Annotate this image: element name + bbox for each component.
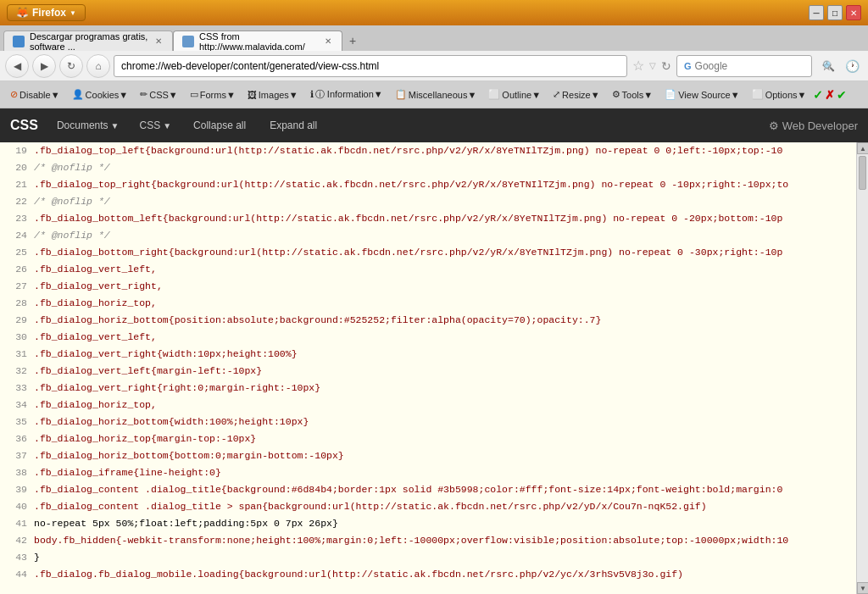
reload-icon: ↻ [661,59,671,73]
tab-close-css[interactable]: ✕ [323,36,333,46]
line-number: 33 [3,380,27,397]
line-content: .fb_dialog.fb_dialog_mobile.loading{back… [34,566,683,583]
check-icon: ✓ [813,88,823,102]
history-icon[interactable]: 🕐 [841,55,863,77]
css-icon: ✏ [140,89,147,100]
scroll-thumb[interactable] [859,156,866,190]
tab-label-descargar: Descargar programas gratis, software ... [30,31,148,52]
code-line: 35.fb_dialog_horiz_bottom{width:100%;hei… [0,414,868,430]
line-content: .fb_dialog_horiz_bottom{width:100%;heigh… [34,414,309,430]
line-content: .fb_dialog_iframe{line-height:0} [34,464,221,481]
documents-menu-button[interactable]: Documents ▼ [48,116,128,135]
tools-button[interactable]: ⚙ Tools▼ [607,86,659,103]
checkmark-icon: ✔ [837,88,847,102]
miscellaneous-button[interactable]: 📋 Miscellaneous▼ [390,86,482,103]
line-number: 24 [3,227,27,244]
google-search-icon: G [684,61,692,71]
nav-bar: ◀ ▶ ↻ ⌂ ☆ ▽ ↻ G 🔍 ☆ 🕐 [0,51,868,81]
line-content: body.fb_hidden{-webkit-transform:none;he… [34,532,788,549]
documents-arrow-icon: ▼ [111,121,120,130]
tools-label: Tools▼ [622,90,654,100]
outline-icon: ⬜ [488,89,500,100]
code-line: 29.fb_dialog_horiz_bottom{position:absol… [0,312,868,329]
back-button[interactable]: ◀ [5,54,29,78]
miscellaneous-icon: 📋 [395,89,407,100]
code-line: 20/* @noflip */ [0,159,868,176]
line-content: .fb_dialog_vert_right, [34,278,163,295]
css-toolbar-button[interactable]: ✏ CSS▼ [135,86,183,103]
code-line: 33.fb_dialog_vert_right{right:0;margin-r… [0,380,868,397]
documents-label: Documents [57,119,108,131]
search-input[interactable] [695,60,822,72]
view-source-button[interactable]: 📄 View Source▼ [659,86,744,103]
css-toolbar-bar: CSS Documents ▼ CSS ▼ Collapse all Expan… [0,108,868,142]
line-content: .fb_dialog_vert_right{right:0;margin-rig… [34,380,320,397]
close-button[interactable]: ✕ [846,5,861,20]
expand-all-button[interactable]: Expand all [259,116,327,135]
home-button[interactable]: ⌂ [86,54,110,78]
code-area[interactable]: 19.fb_dialog_top_left{background:url(htt… [0,142,868,594]
line-content: .fb_dialog_horiz_bottom{position:absolut… [34,312,601,329]
forward-button[interactable]: ▶ [32,54,56,78]
code-line: 25.fb_dialog_bottom_right{background:url… [0,244,868,261]
line-number: 41 [3,515,27,532]
line-content: .fb_dialog_horiz_top, [34,295,157,312]
outline-button[interactable]: ⬜ Outline▼ [483,86,546,103]
line-number: 28 [3,295,27,312]
forms-icon: ▭ [190,89,198,100]
code-line: 39.fb_dialog_content .dialog_title{backg… [0,481,868,498]
maximize-button[interactable]: □ [827,5,843,20]
tab-close-descargar[interactable]: ✕ [153,36,164,46]
options-button[interactable]: ⬜ Options▼ [747,86,812,103]
tools-icon: ⚙ [612,89,620,100]
css-main-label: CSS [10,118,38,133]
line-content: /* @noflip */ [34,159,110,176]
line-number: 26 [3,261,27,278]
code-line: 37.fb_dialog_horiz_bottom{bottom:0;margi… [0,447,868,464]
line-number: 32 [3,363,27,380]
line-content: no-repeat 5px 50%;float:left;padding:5px… [34,515,338,532]
line-number: 39 [3,481,27,498]
tab-css[interactable]: CSS from http://www.malavida.com/ ✕ [173,31,342,51]
forms-label: Forms▼ [200,90,236,100]
web-developer-label: ⚙ Web Developer [769,119,858,132]
new-tab-button[interactable]: + [342,31,363,51]
images-button[interactable]: 🖼 Images▼ [242,87,303,103]
line-number: 38 [3,464,27,481]
collapse-all-button[interactable]: Collapse all [183,116,256,135]
resize-button[interactable]: ⤢ Resize▼ [548,86,605,103]
line-content: .fb_dialog_vert_left, [34,329,157,346]
disable-button[interactable]: ⊘ Disable▼ [5,86,65,103]
minimize-button[interactable]: ─ [809,5,824,20]
cookies-button[interactable]: 👤 Cookies▼ [67,86,134,103]
tab-descargar[interactable]: Descargar programas gratis, software ...… [3,31,173,51]
tab-bar: Descargar programas gratis, software ...… [0,25,868,51]
resize-label: Resize▼ [562,90,600,100]
address-bar[interactable] [114,55,627,77]
line-content: .fb_dialog_vert_right{width:10px;height:… [34,346,298,363]
code-line: 34.fb_dialog_horiz_top, [0,397,868,414]
options-icon: ⬜ [752,89,764,100]
css-arrow-icon: ▼ [163,121,171,130]
line-content: /* @noflip */ [34,193,110,210]
miscellaneous-label: Miscellaneous▼ [409,90,477,100]
scrollbar[interactable]: ▲ ▼ [856,142,868,594]
line-number: 29 [3,312,27,329]
forms-button[interactable]: ▭ Forms▼ [185,86,241,103]
information-button[interactable]: ℹ ⓘ Information▼ [305,86,388,103]
scroll-down-arrow[interactable]: ▼ [857,582,868,594]
scroll-up-arrow[interactable]: ▲ [857,142,868,154]
main-content: 19.fb_dialog_top_left{background:url(htt… [0,142,868,594]
css-menu-button[interactable]: CSS ▼ [131,116,181,135]
code-line: 36.fb_dialog_horiz_top{margin-top:-10px} [0,430,868,447]
code-line: 24/* @noflip */ [0,227,868,244]
x-icon: ✗ [825,88,835,102]
web-developer-text: ⚙ Web Developer [769,119,858,132]
search-bar[interactable]: G 🔍 [676,55,812,77]
line-number: 25 [3,244,27,261]
css-toolbar-label: CSS▼ [149,90,178,100]
code-line: 31.fb_dialog_vert_right{width:10px;heigh… [0,346,868,363]
refresh-button[interactable]: ↻ [59,54,83,78]
star-icon[interactable]: ☆ [815,55,837,77]
firefox-menu-button[interactable]: 🦊 Firefox [7,4,86,21]
